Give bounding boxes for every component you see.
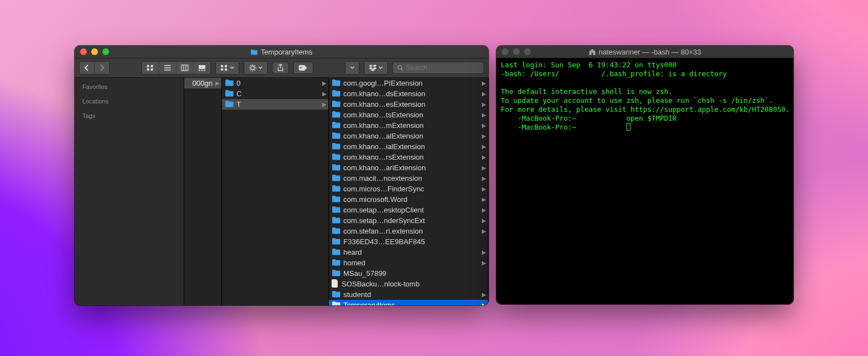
svg-rect-14	[221, 65, 223, 67]
search-icon	[397, 65, 403, 71]
list-item[interactable]: com.khano…dsExtension▶	[329, 88, 488, 99]
dropbox-button[interactable]	[364, 62, 387, 74]
folder-icon	[332, 121, 341, 130]
list-item[interactable]: T▶	[222, 99, 328, 110]
chevron-right-icon: ▶	[482, 207, 485, 213]
maximize-icon[interactable]	[524, 48, 531, 55]
svg-point-18	[251, 66, 255, 70]
close-icon[interactable]	[80, 48, 87, 55]
list-item[interactable]: C▶	[222, 88, 328, 99]
chevron-right-icon: ▶	[482, 228, 485, 234]
column-2[interactable]: com.googl…PIExtension▶com.khano…dsExtens…	[329, 78, 489, 305]
list-item[interactable]: com.setap…nderSyncExt▶	[329, 215, 488, 226]
item-label: com.googl…PIExtension	[343, 79, 479, 87]
view-column-button[interactable]	[176, 62, 194, 74]
column-1[interactable]: 0▶C▶T▶	[222, 78, 329, 305]
svg-rect-15	[225, 65, 227, 67]
item-label: com.khano…mExtension	[343, 121, 479, 130]
column-0[interactable]: 000gn ▶	[184, 78, 222, 305]
search-input[interactable]	[392, 62, 484, 74]
folder-icon	[225, 79, 234, 88]
folder-icon	[332, 269, 341, 278]
minimize-icon[interactable]	[91, 48, 98, 55]
list-item[interactable]: com.khano…alExtension▶	[329, 131, 488, 141]
list-item[interactable]: SOSBacku…nlock-tomb	[329, 279, 488, 289]
sidebar-header-tags[interactable]: Tags	[82, 112, 176, 119]
folder-icon	[225, 100, 234, 109]
item-label: com.macit…ncextension	[343, 174, 479, 182]
sidebar-header-favorites[interactable]: Favorites	[82, 83, 176, 90]
list-item[interactable]: homed▶	[329, 258, 488, 268]
list-item[interactable]: com.googl…PIExtension▶	[329, 78, 488, 88]
window-title: nateswanner — -bash — 80×33	[599, 48, 701, 56]
finder-titlebar[interactable]: TemporaryItems	[75, 46, 489, 58]
folder-icon	[332, 238, 341, 246]
terminal-output[interactable]: Last login: Sun Sep 6 19:43:22 on ttys00…	[496, 58, 793, 304]
list-item[interactable]: com.khano…mExtension▶	[329, 120, 488, 131]
list-item[interactable]: studentd▶	[329, 289, 488, 300]
share-button[interactable]	[272, 62, 289, 74]
view-icon-button[interactable]	[142, 62, 159, 74]
chevron-right-icon: ▶	[482, 186, 485, 192]
list-item[interactable]: F336ED43…EE9BAF845	[329, 236, 488, 247]
tags-button[interactable]	[293, 62, 313, 74]
list-item[interactable]: 0▶	[222, 78, 328, 88]
cursor	[627, 123, 630, 131]
list-item[interactable]: com.microsoft.Word▶	[329, 194, 488, 205]
item-label: C	[236, 90, 319, 98]
sidebar-header-locations[interactable]: Locations	[82, 98, 176, 105]
minimize-icon[interactable]	[513, 48, 520, 55]
folder-icon	[332, 301, 341, 306]
chevron-right-icon: ▶	[322, 101, 326, 107]
list-item[interactable]: com.setap…esktopClient▶	[329, 205, 488, 215]
maximize-icon[interactable]	[102, 48, 109, 55]
path-button[interactable]	[346, 62, 359, 74]
list-item[interactable]: com.khano…tsExtension▶	[329, 110, 488, 120]
chevron-right-icon: ▶	[482, 291, 485, 298]
close-icon[interactable]	[502, 48, 509, 55]
list-item[interactable]: com.khano…rsExtension▶	[329, 152, 488, 162]
view-list-button[interactable]	[159, 62, 176, 74]
folder-icon	[332, 90, 341, 98]
list-item[interactable]: com.stefan…ri.extension▶	[329, 226, 488, 236]
finder-toolbar	[75, 58, 489, 78]
item-label: 0	[236, 79, 319, 87]
svg-line-24	[254, 70, 255, 70]
item-label: heard	[343, 248, 479, 256]
folder-icon	[332, 174, 341, 183]
arrange-button[interactable]	[216, 62, 239, 74]
chevron-right-icon: ▶	[322, 91, 326, 97]
list-item[interactable]: com.khano…ariExtension▶	[329, 162, 488, 173]
chevron-right-icon: ▶	[482, 122, 485, 128]
finder-window: TemporaryItems Favorites Locations	[75, 46, 489, 305]
item-label: studentd	[343, 290, 479, 299]
chevron-right-icon: ▶	[215, 80, 219, 86]
svg-rect-16	[221, 68, 223, 71]
svg-line-26	[254, 65, 255, 66]
list-item[interactable]: com.macit…ncextension▶	[329, 173, 488, 184]
terminal-titlebar[interactable]: nateswanner — -bash — 80×33	[496, 46, 793, 58]
svg-rect-13	[204, 70, 205, 71]
list-item[interactable]: TemporaryItems▶	[329, 300, 488, 305]
finder-sidebar: Favorites Locations Tags	[75, 78, 184, 305]
item-label: com.khano…ialExtension	[343, 142, 479, 151]
chevron-right-icon: ▶	[482, 249, 485, 255]
list-item[interactable]: com.khano…ialExtension▶	[329, 141, 488, 152]
item-label: com.setap…esktopClient	[343, 206, 479, 214]
forward-button[interactable]	[95, 62, 109, 74]
list-item[interactable]: MSau_57899	[329, 268, 488, 279]
chevron-right-icon: ▶	[482, 260, 485, 266]
folder-icon	[332, 216, 341, 225]
list-item[interactable]: com.micros…FinderSync▶	[329, 184, 488, 194]
list-item[interactable]: com.khano…esExtension▶	[329, 99, 488, 110]
chevron-right-icon: ▶	[482, 133, 485, 139]
view-gallery-button[interactable]	[194, 62, 210, 74]
folder-icon	[332, 153, 341, 162]
svg-point-27	[300, 67, 302, 69]
folder-icon	[332, 185, 341, 194]
list-item[interactable]: heard▶	[329, 247, 488, 258]
svg-line-25	[250, 70, 250, 70]
action-button[interactable]	[244, 62, 267, 74]
back-button[interactable]	[80, 62, 95, 74]
nav-buttons	[79, 61, 110, 75]
